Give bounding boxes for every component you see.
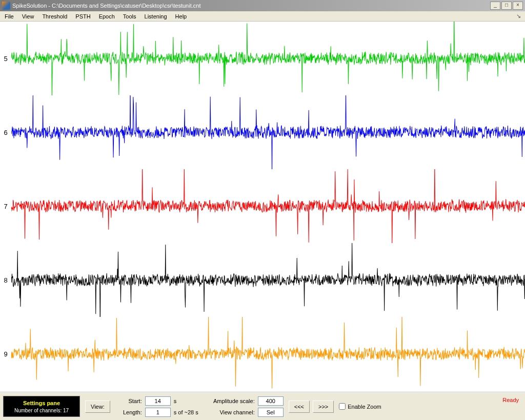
channel-row: 8 xyxy=(0,243,525,317)
channel-row: 9 xyxy=(0,317,525,391)
minimize-button[interactable]: _ xyxy=(490,2,500,10)
close-button[interactable]: × xyxy=(513,2,523,10)
window-title: SpikeSolution - C:\Documents and Setting… xyxy=(12,3,490,9)
channel-label: 8 xyxy=(0,276,11,284)
prev-button[interactable]: <<< xyxy=(289,401,310,413)
start-label: Start: xyxy=(115,398,142,404)
length-input[interactable] xyxy=(145,408,171,417)
waveform xyxy=(11,169,525,243)
maximize-button[interactable]: □ xyxy=(501,2,512,10)
channel-label: 6 xyxy=(0,129,11,136)
title-bar: SpikeSolution - C:\Documents and Setting… xyxy=(0,0,525,11)
signal-plot-area[interactable]: 56789 xyxy=(0,22,525,392)
menu-epoch[interactable]: Epoch xyxy=(95,12,118,21)
menu-listening[interactable]: Listening xyxy=(141,12,171,21)
start-unit: s xyxy=(174,398,200,404)
channel-row: 6 xyxy=(0,95,525,169)
control-panel: Settings pane Number of channels: 17 Vie… xyxy=(0,392,525,420)
scale-controls: Amplitude scale: View channel: xyxy=(206,396,284,417)
menu-help[interactable]: Help xyxy=(172,12,191,21)
view-button[interactable]: View: xyxy=(85,401,110,413)
menu-view[interactable]: View xyxy=(18,12,38,21)
settings-pane-title: Settings pane xyxy=(4,400,79,406)
start-input[interactable] xyxy=(145,396,171,406)
enable-zoom-input[interactable] xyxy=(339,403,346,410)
menu-tools[interactable]: Tools xyxy=(119,12,140,21)
menu-overflow-icon[interactable]: ↘ xyxy=(513,12,524,21)
amplitude-input[interactable] xyxy=(258,396,284,406)
waveform xyxy=(11,22,525,95)
nav-buttons: <<< >>> xyxy=(289,401,334,413)
amplitude-label: Amplitude scale: xyxy=(206,398,255,404)
window-controls: _ □ × xyxy=(490,2,523,10)
channel-label: 5 xyxy=(0,55,11,63)
menu-psth[interactable]: PSTH xyxy=(72,12,94,21)
enable-zoom-label: Enable Zoom xyxy=(348,404,381,410)
menu-file[interactable]: File xyxy=(1,12,17,21)
length-unit: s of ~28 s xyxy=(174,409,200,415)
menu-bar: File View Threshold PSTH Epoch Tools Lis… xyxy=(0,11,525,22)
time-controls: Start: s Length: s of ~28 s xyxy=(115,396,200,417)
length-label: Length: xyxy=(115,409,142,415)
channel-row: 5 xyxy=(0,22,525,95)
channel-label: 7 xyxy=(0,203,11,210)
waveform xyxy=(11,95,525,169)
view-channel-label: View channel: xyxy=(206,409,255,415)
enable-zoom-checkbox[interactable]: Enable Zoom xyxy=(339,403,381,410)
waveform xyxy=(11,243,525,317)
next-button[interactable]: >>> xyxy=(313,401,334,413)
settings-pane: Settings pane Number of channels: 17 xyxy=(3,396,80,417)
app-icon xyxy=(2,2,10,10)
menu-threshold[interactable]: Threshold xyxy=(38,12,71,21)
waveform xyxy=(11,317,525,391)
channel-label: 9 xyxy=(0,350,11,358)
status-text: Ready xyxy=(502,396,522,403)
channel-row: 7 xyxy=(0,169,525,243)
settings-channel-count: Number of channels: 17 xyxy=(4,408,79,413)
view-channel-input[interactable] xyxy=(258,408,284,417)
